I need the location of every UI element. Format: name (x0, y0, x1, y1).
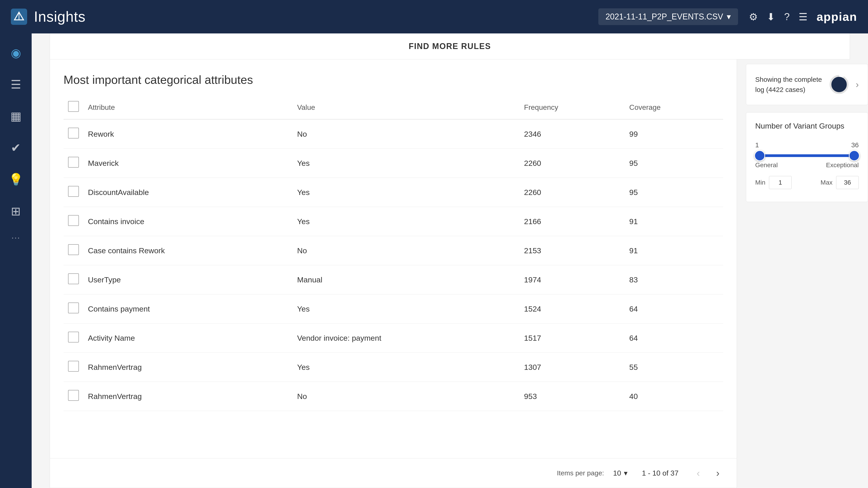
table-header: Attribute Value Frequency Coverage (64, 97, 723, 119)
row-coverage-6: 64 (625, 294, 723, 324)
row-checkbox-4[interactable] (68, 244, 79, 255)
log-donut-chart (828, 73, 850, 96)
max-label: Max (820, 179, 833, 186)
row-checkbox-cell[interactable] (64, 207, 84, 236)
main-panel: Most important categorical attributes At… (32, 59, 868, 488)
row-checkbox-5[interactable] (68, 273, 79, 284)
sidebar-item-list[interactable]: ☰ (7, 74, 25, 95)
row-frequency-5: 1974 (520, 265, 625, 294)
row-attribute-7: Activity Name (84, 324, 293, 353)
row-checkbox-cell[interactable] (64, 119, 84, 149)
log-card-text: Showing the complete log (4422 cases) (755, 74, 822, 95)
row-value-3: Yes (293, 207, 520, 236)
sidebar-item-chart[interactable]: ▦ (7, 106, 25, 127)
row-frequency-7: 1517 (520, 324, 625, 353)
sidebar-item-grid[interactable]: ⊞ (7, 201, 24, 222)
table-row: Contains invoice Yes 2166 91 (64, 207, 723, 236)
row-attribute-4: Case contains Rework (84, 236, 293, 265)
table-panel: Most important categorical attributes At… (50, 59, 737, 488)
row-checkbox-6[interactable] (68, 302, 79, 313)
row-checkbox-9[interactable] (68, 390, 79, 401)
prev-page-button[interactable]: ‹ (693, 466, 704, 481)
row-checkbox-2[interactable] (68, 186, 79, 197)
file-selector[interactable]: 2021-11-11_P2P_EVENTS.CSV ▾ (598, 8, 738, 25)
download-icon[interactable]: ⬇ (767, 11, 775, 23)
slider-minmax: Min Max (755, 176, 859, 189)
slider-track[interactable] (760, 154, 854, 157)
sidebar-item-check[interactable]: ✔ (7, 137, 24, 158)
slider-right-thumb[interactable] (849, 150, 860, 161)
sidebar-item-compass[interactable]: ◉ (7, 42, 25, 63)
table-row: Maverick Yes 2260 95 (64, 149, 723, 178)
menu-icon[interactable]: ☰ (799, 11, 807, 23)
row-attribute-0: Rework (84, 119, 293, 149)
table-row: RahmenVertrag Yes 1307 55 (64, 353, 723, 382)
items-per-page-label: Items per page: (557, 469, 604, 477)
row-coverage-2: 95 (625, 178, 723, 207)
row-frequency-6: 1524 (520, 294, 625, 324)
filter-icon[interactable]: ⚙ (749, 11, 758, 23)
log-card[interactable]: Showing the complete log (4422 cases) › (746, 64, 868, 105)
next-page-button[interactable]: › (712, 466, 723, 481)
row-checkbox-0[interactable] (68, 128, 79, 138)
row-checkbox-cell[interactable] (64, 149, 84, 178)
attributes-table: Attribute Value Frequency Coverage Rewor… (64, 97, 723, 411)
min-input[interactable] (769, 176, 792, 189)
row-checkbox-7[interactable] (68, 332, 79, 343)
select-all-checkbox[interactable] (68, 101, 79, 112)
row-frequency-1: 2260 (520, 149, 625, 178)
row-value-2: Yes (293, 178, 520, 207)
col-checkbox[interactable] (64, 97, 84, 119)
row-checkbox-cell[interactable] (64, 265, 84, 294)
row-checkbox-cell[interactable] (64, 324, 84, 353)
max-input[interactable] (836, 176, 859, 189)
appian-logo: appian (816, 10, 857, 24)
sidebar-more[interactable]: ··· (11, 232, 20, 242)
table-body: Rework No 2346 99 Maverick Yes 2260 95 D… (64, 119, 723, 411)
row-value-8: Yes (293, 353, 520, 382)
svg-point-2 (831, 76, 848, 93)
slider-min-value-label: 1 (755, 141, 759, 149)
slider-general-label: General (755, 162, 778, 169)
variant-groups-title: Number of Variant Groups (755, 122, 859, 130)
row-attribute-1: Maverick (84, 149, 293, 178)
row-coverage-1: 95 (625, 149, 723, 178)
row-checkbox-8[interactable] (68, 361, 79, 372)
row-coverage-7: 64 (625, 324, 723, 353)
row-checkbox-cell[interactable] (64, 353, 84, 382)
header-left: Insights (11, 8, 86, 25)
row-value-4: No (293, 236, 520, 265)
header-icons: ⚙ ⬇ ? ☰ appian (749, 10, 857, 24)
row-checkbox-cell[interactable] (64, 294, 84, 324)
row-frequency-3: 2166 (520, 207, 625, 236)
slider-left-thumb[interactable] (754, 150, 765, 161)
row-coverage-4: 91 (625, 236, 723, 265)
find-more-rules-button[interactable]: FIND MORE RULES (409, 41, 491, 51)
pagination-bar: Items per page: 10 ▾ 1 - 10 of 37 ‹ › (50, 458, 737, 488)
row-value-5: Manual (293, 265, 520, 294)
table-row: Contains payment Yes 1524 64 (64, 294, 723, 324)
row-value-9: No (293, 382, 520, 411)
row-value-6: Yes (293, 294, 520, 324)
chevron-down-icon: ▾ (727, 12, 731, 22)
col-frequency: Frequency (520, 97, 625, 119)
min-label: Min (755, 179, 765, 186)
main-layout: ◉ ☰ ▦ ✔ 💡 ⊞ ··· FIND MORE RULES Most imp… (0, 33, 868, 488)
row-checkbox-cell[interactable] (64, 382, 84, 411)
header-right: 2021-11-11_P2P_EVENTS.CSV ▾ ⚙ ⬇ ? ☰ appi… (598, 8, 857, 25)
help-icon[interactable]: ? (784, 11, 789, 22)
table-row: DiscountAvailable Yes 2260 95 (64, 178, 723, 207)
row-checkbox-cell[interactable] (64, 178, 84, 207)
slider-max-value-label: 36 (851, 141, 859, 149)
row-attribute-9: RahmenVertrag (84, 382, 293, 411)
row-checkbox-3[interactable] (68, 215, 79, 226)
row-checkbox-1[interactable] (68, 157, 79, 168)
row-frequency-2: 2260 (520, 178, 625, 207)
row-coverage-3: 91 (625, 207, 723, 236)
app-title: Insights (34, 8, 86, 25)
row-checkbox-cell[interactable] (64, 236, 84, 265)
app-logo[interactable] (11, 8, 27, 25)
sidebar-item-bulb[interactable]: 💡 (5, 169, 27, 190)
items-per-page-select[interactable]: 10 ▾ (613, 469, 627, 477)
row-attribute-2: DiscountAvailable (84, 178, 293, 207)
